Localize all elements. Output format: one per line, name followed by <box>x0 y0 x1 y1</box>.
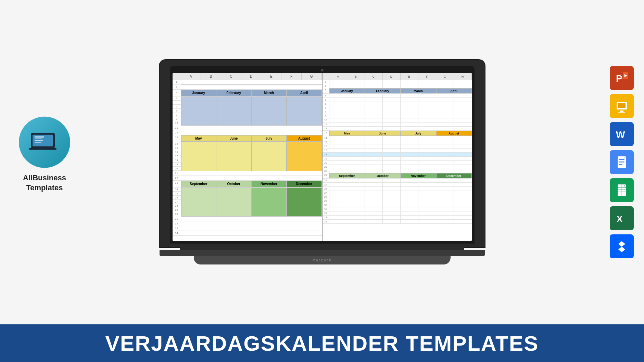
right-jun-header: June <box>365 131 401 136</box>
docs-icon[interactable] <box>610 150 634 174</box>
svg-rect-23 <box>619 164 622 165</box>
right-row-3-months: 3 January February March April <box>323 88 472 94</box>
right-may-header: May <box>329 131 365 136</box>
r17: 17 <box>323 148 472 153</box>
r29: 29 <box>323 199 472 203</box>
excel-icon[interactable]: X <box>610 206 634 230</box>
right-sep-header: September <box>329 173 365 178</box>
svg-rect-20 <box>619 159 624 160</box>
laptop-stand: MacBook <box>194 256 451 264</box>
r34: 34 <box>323 220 472 224</box>
laptop-screen-outer: A B C D E F G <box>160 60 485 247</box>
logo-brand-text: AllBusiness Templates <box>23 173 66 193</box>
svg-rect-15 <box>618 112 625 113</box>
right-nov-header: November <box>401 173 436 178</box>
month-jun-header: June <box>216 135 251 142</box>
r11: 11 <box>323 122 472 127</box>
col-e: E <box>261 73 281 80</box>
r19: 19 <box>323 157 472 161</box>
ss-row-31: 31 <box>173 217 322 221</box>
svg-rect-21 <box>619 161 624 161</box>
sheets-icon[interactable] <box>610 178 634 202</box>
r26: 26 <box>323 187 472 191</box>
month-dec-header: December <box>287 181 322 187</box>
logo-area: AllBusiness Templates <box>10 117 79 193</box>
right-feb-header: February <box>365 88 401 93</box>
right-aug-header: August <box>436 131 472 136</box>
right-row-2: 2 <box>323 84 472 88</box>
word-icon[interactable]: W <box>610 122 634 146</box>
r33: 33 <box>323 216 472 220</box>
ss-row-22: 22 <box>173 176 322 181</box>
green-months-body: 24 25 26 27 28 29 30 <box>173 188 322 217</box>
r5: 5 <box>323 98 472 102</box>
bottom-banner: VERJAARDAGSKALENDER TEMPLATES <box>0 324 644 362</box>
month-may-header: May <box>181 135 216 142</box>
right-ss-body: 1 <box>323 80 472 241</box>
col-g: G <box>302 73 322 80</box>
col-headers-left: A B C D E F G <box>173 73 322 80</box>
right-apr-header: April <box>436 88 472 93</box>
laptop-screen: A B C D E F G <box>173 73 472 241</box>
ss-row-12b: 12 <box>173 130 322 135</box>
laptop-webcam <box>321 69 324 72</box>
r8: 8 <box>323 110 472 114</box>
ss-row-sep-headers: 23 September October November December <box>173 181 322 188</box>
month-jul-header: July <box>251 135 287 142</box>
svg-rect-22 <box>619 163 624 163</box>
ss-row-34: 34 <box>173 231 322 236</box>
r15: 15 <box>323 140 472 144</box>
r31: 31 <box>323 207 472 211</box>
spreadsheet-left: A B C D E F G <box>173 73 323 241</box>
month-oct-header: October <box>216 181 251 187</box>
main-area: AllBusiness Templates A <box>0 0 644 324</box>
r9: 9 <box>323 114 472 118</box>
svg-rect-29 <box>618 192 626 192</box>
month-aug-header: August <box>287 135 322 142</box>
svg-text:►: ► <box>623 73 628 78</box>
slides-icon[interactable] <box>610 94 634 118</box>
svg-rect-14 <box>620 111 623 112</box>
r6: 6 <box>323 102 472 106</box>
r25: 25 <box>323 183 472 187</box>
r12: 12 <box>323 127 472 131</box>
r4: 4 <box>323 94 472 98</box>
r14: 14 <box>323 136 472 140</box>
svg-rect-28 <box>618 190 626 190</box>
svg-text:X: X <box>617 214 623 224</box>
r27: 27 <box>323 191 472 195</box>
powerpoint-icon[interactable]: P ► <box>610 66 634 90</box>
month-apr-header-left: April <box>287 90 322 96</box>
col-b: B <box>201 73 221 80</box>
r28: 28 <box>323 195 472 199</box>
right-dec-header: December <box>436 173 472 178</box>
svg-rect-3 <box>35 139 42 139</box>
r30: 30 <box>323 203 472 207</box>
r10: 10 <box>323 118 472 122</box>
right-row-1: 1 <box>323 80 472 84</box>
laptop-bezel: A B C D E F G <box>170 66 475 244</box>
right-oct-header: October <box>365 173 401 178</box>
col-f: F <box>281 73 302 80</box>
month-feb-header-left: February <box>216 90 251 96</box>
dropbox-icon[interactable] <box>610 234 634 258</box>
right-row-23-months: 23 September October November December <box>323 173 472 179</box>
col-a: A <box>181 73 201 80</box>
svg-rect-2 <box>35 137 44 138</box>
svg-rect-4 <box>35 140 43 141</box>
col-headers-right: A B C D E F G H <box>323 73 472 80</box>
macbook-label: MacBook <box>313 258 332 262</box>
svg-text:W: W <box>616 129 625 140</box>
right-mar-header: March <box>401 88 436 93</box>
svg-text:P: P <box>616 73 622 84</box>
r16: 16 <box>323 144 472 148</box>
r32: 32 <box>323 211 472 216</box>
col-c: C <box>221 73 241 80</box>
svg-rect-6 <box>29 148 56 150</box>
svg-rect-30 <box>621 184 621 196</box>
ss-body-left: 1 2 3 <box>173 80 322 241</box>
ss-row-32: 32 <box>173 221 322 226</box>
ss-row-33: 33 <box>173 226 322 231</box>
r24: 24 <box>323 179 472 183</box>
spreadsheet-right: A B C D E F G H <box>323 73 472 241</box>
